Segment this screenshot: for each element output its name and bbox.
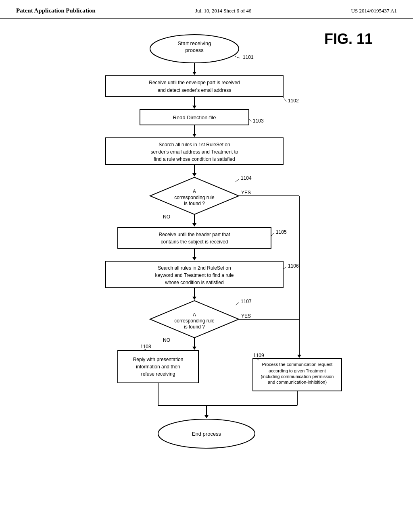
- svg-text:1103: 1103: [253, 118, 264, 124]
- svg-text:corresponding rule: corresponding rule: [174, 318, 215, 324]
- svg-text:sender's email address and Tre: sender's email address and Treatment to: [150, 149, 238, 155]
- svg-text:process: process: [185, 47, 204, 53]
- page-header: Patent Application Publication Jul. 10, …: [0, 0, 413, 19]
- svg-text:1105: 1105: [276, 229, 287, 235]
- svg-line-57: [236, 302, 239, 305]
- svg-text:1104: 1104: [241, 175, 252, 181]
- svg-text:1109: 1109: [253, 353, 264, 358]
- svg-text:corresponding rule: corresponding rule: [174, 195, 215, 200]
- svg-text:YES: YES: [241, 313, 251, 319]
- header-left: Patent Application Publication: [16, 7, 96, 14]
- svg-marker-83: [204, 415, 209, 418]
- svg-text:contains the subject is receiv: contains the subject is received: [161, 239, 228, 245]
- svg-text:1102: 1102: [288, 98, 299, 104]
- svg-text:A: A: [193, 189, 196, 194]
- svg-text:Reply with presentation: Reply with presentation: [133, 357, 184, 362]
- svg-text:is found ?: is found ?: [184, 324, 205, 330]
- svg-text:1106: 1106: [288, 263, 299, 269]
- svg-marker-72: [192, 347, 196, 350]
- svg-text:Search all rules in 1st RuleSe: Search all rules in 1st RuleSet on: [159, 142, 230, 148]
- svg-text:A: A: [193, 312, 196, 318]
- svg-text:Search all rules in 2nd RuleSe: Search all rules in 2nd RuleSet on: [158, 265, 231, 271]
- svg-text:find a rule whose condition is: find a rule whose condition is satisfied: [154, 156, 235, 162]
- svg-text:1101: 1101: [243, 54, 254, 60]
- svg-text:and communication-inhibition): and communication-inhibition): [268, 380, 327, 384]
- svg-text:according to given Treatment: according to given Treatment: [269, 368, 326, 373]
- svg-line-11: [283, 97, 286, 102]
- svg-text:NO: NO: [163, 337, 170, 343]
- svg-marker-43: [192, 257, 196, 260]
- main-content: FIG. 11 Start receiving process 1101 Rec…: [0, 31, 413, 514]
- svg-text:and detect sender's email addr: and detect sender's email address: [158, 87, 231, 93]
- header-right: US 2014/0195437 A1: [351, 8, 397, 14]
- svg-marker-51: [192, 297, 196, 300]
- svg-marker-36: [192, 223, 196, 227]
- figure-label: FIG. 11: [324, 31, 373, 48]
- svg-text:Process the communication requ: Process the communication request: [262, 362, 333, 367]
- svg-line-49: [283, 267, 286, 269]
- svg-text:End process: End process: [192, 431, 221, 437]
- svg-text:Start receiving: Start receiving: [177, 40, 211, 46]
- svg-marker-19: [192, 134, 196, 137]
- svg-line-31: [236, 179, 239, 182]
- svg-text:Receive until the header part : Receive until the header part that: [159, 232, 230, 237]
- svg-line-41: [271, 233, 274, 236]
- svg-rect-37: [118, 227, 271, 248]
- svg-text:1108: 1108: [140, 344, 151, 349]
- svg-marker-6: [192, 72, 196, 75]
- svg-rect-7: [106, 76, 283, 97]
- svg-text:information and then: information and then: [136, 364, 180, 370]
- svg-text:whose condition is satisfied: whose condition is satisfied: [165, 280, 223, 285]
- header-center: Jul. 10, 2014 Sheet 6 of 46: [195, 8, 251, 14]
- svg-text:Read Direction-file: Read Direction-file: [173, 114, 216, 121]
- svg-text:keyword and Treatment to find : keyword and Treatment to find a rule: [155, 272, 234, 278]
- svg-text:YES: YES: [241, 190, 251, 195]
- svg-text:is found ?: is found ?: [184, 201, 205, 206]
- svg-text:(including communication-permi: (including communication-permission: [261, 374, 334, 379]
- flowchart-diagram: Start receiving process 1101 Receive unt…: [65, 31, 348, 514]
- svg-text:NO: NO: [163, 214, 170, 220]
- svg-marker-13: [192, 106, 196, 109]
- svg-text:refuse receiving: refuse receiving: [141, 371, 175, 377]
- svg-marker-25: [192, 173, 196, 177]
- svg-line-4: [235, 56, 240, 58]
- svg-text:Receive until the envelope par: Receive until the envelope part is recei…: [149, 80, 240, 85]
- svg-text:1107: 1107: [241, 299, 252, 304]
